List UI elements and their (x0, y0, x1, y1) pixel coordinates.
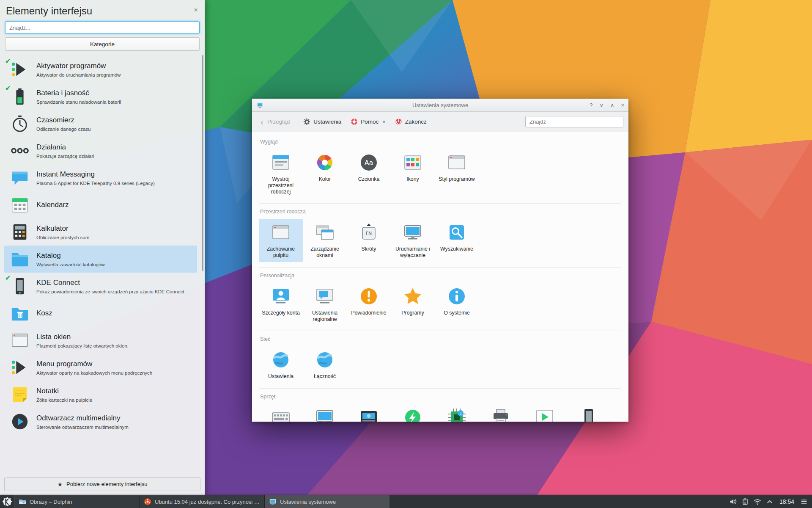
chevron-down-icon: ∨ (382, 119, 385, 124)
widget-list-item[interactable]: Kalendarz (4, 191, 197, 218)
settings-search-input[interactable] (525, 116, 623, 127)
taskbar-task[interactable]: Ubuntu 15.04 już dostępne. Co przynosi W… (140, 495, 265, 508)
note-icon (10, 385, 30, 404)
widget-title: Bateria i jasność (36, 89, 121, 97)
settings-tile-label: Szczegóły konta (262, 310, 300, 316)
notify-icon (359, 286, 379, 306)
application-launcher-button[interactable] (0, 495, 14, 508)
settings-tile[interactable]: Szczegóły konta (259, 283, 303, 320)
check-icon: ✔ (5, 57, 11, 65)
settings-tile[interactable]: Ikony (391, 149, 435, 186)
settings-tile-label: Skróty (362, 246, 376, 252)
play-circle-icon (10, 412, 30, 431)
close-icon[interactable]: × (194, 6, 198, 14)
caret-up-icon[interactable] (766, 498, 774, 505)
back-button[interactable]: ‹ Przegląd (257, 116, 293, 127)
svg-text:Aa: Aa (365, 159, 373, 167)
section-title: Personalizacja (260, 273, 621, 279)
search-blue-icon (447, 222, 467, 243)
settings-tile[interactable]: Urządzenia wejściowe (259, 404, 303, 422)
widget-list-item[interactable]: CzasomierzOdliczanie danego czasu (4, 110, 197, 137)
settings-tile[interactable]: Drukarki (479, 404, 523, 422)
settings-tile-label: Łączność (314, 373, 336, 380)
klipper-icon[interactable] (741, 498, 749, 505)
monitor-icon (403, 222, 423, 243)
widget-list-item[interactable]: Menu programówAktywator oparty na kaskad… (4, 354, 197, 381)
widget-list-item[interactable]: Kosz (4, 300, 197, 327)
panel-menu-icon[interactable] (800, 498, 808, 505)
settings-tile[interactable]: Wystrój przestrzeni roboczej (259, 149, 303, 198)
settings-tile[interactable]: Multimedia (347, 404, 391, 422)
section-title: Przestrzeń robocza (260, 209, 621, 215)
widget-title: Instant Messaging (36, 170, 155, 179)
systemsettings-icon (269, 498, 277, 505)
settings-tile-label: Powiadomienie (351, 310, 386, 316)
widget-panel-title: Elementy interfejsu (6, 5, 92, 17)
widget-description: Plasma 5 Applet for KDE Telepathy 0.9 se… (36, 181, 155, 186)
settings-tile[interactable]: Uruchamianie i wyłączanie (391, 219, 435, 262)
settings-tile[interactable]: Kolor (303, 149, 347, 186)
get-new-widgets-button[interactable]: ★ Pobierz nowe elementy interfejsu (4, 477, 200, 491)
settings-tile[interactable]: Zachowanie pulpitu (259, 219, 303, 262)
settings-tile[interactable]: KDE Connect (567, 404, 611, 422)
settings-tile[interactable]: Powiadomienie (347, 283, 391, 320)
settings-tile-label: Wyszukiwanie (440, 246, 473, 252)
settings-tile[interactable]: Programy (391, 283, 435, 320)
wifi-icon[interactable] (754, 498, 761, 505)
widget-description: Plazmoid pokazujący listę otwartych okie… (36, 343, 129, 348)
settings-tile[interactable]: Wyszukiwanie (435, 219, 479, 256)
quit-button[interactable]: Zakończ (392, 116, 430, 128)
widget-list-item[interactable]: Lista okienPlazmoid pokazujący listę otw… (4, 327, 197, 354)
quit-power-icon (395, 118, 402, 125)
settings-tile[interactable]: iDriver Manager (435, 404, 479, 422)
energy-icon (403, 407, 423, 422)
widget-list-item[interactable]: KatalogWyświetla zawartość katalogów (4, 246, 197, 273)
settings-tile[interactable]: Wyświetlanie i monitor (303, 404, 347, 422)
region-chat-icon (315, 286, 335, 306)
widget-list-item[interactable]: NotatkiŻółte karteczki na pulpicie (4, 381, 197, 408)
toolbar: ‹ Przegląd Ustawienia Pomoc ∨ Zakończ (252, 112, 628, 132)
clock[interactable]: 18:54 (779, 498, 794, 505)
settings-tile[interactable]: FNSkróty (347, 219, 391, 256)
gear-icon (303, 118, 310, 125)
dots-icon (10, 141, 30, 160)
titlebar[interactable]: Ustawienia systemowe ? ∨ ∧ × (252, 99, 628, 112)
widget-list-item[interactable]: ✔Aktywator programówAktywator do urucham… (4, 56, 197, 83)
settings-tile[interactable]: Działania na urządzeniach (523, 404, 567, 422)
widget-list-item[interactable]: KalkulatorObliczanie prostych sum (4, 218, 197, 246)
close-button[interactable]: × (621, 102, 624, 108)
categories-button[interactable]: Kategorie (5, 37, 200, 51)
calculator-icon (10, 222, 30, 242)
ubuntu-notify-icon (144, 498, 151, 505)
settings-tile[interactable]: O systemie (435, 283, 479, 320)
widget-list-item[interactable]: Instant MessagingPlasma 5 Applet for KDE… (4, 164, 197, 191)
help-menu-button[interactable]: Pomoc ∨ (347, 116, 389, 128)
widget-title: Aktywator programów (36, 62, 121, 70)
phone-icon: ✔ (10, 276, 30, 296)
taskbar-task[interactable]: Ustawienia systemowe (265, 495, 390, 508)
panel-scrollbar[interactable] (201, 55, 204, 470)
volume-icon[interactable] (729, 498, 737, 505)
panel-scrollbar-thumb[interactable] (202, 55, 203, 271)
minimize-button[interactable]: ∨ (599, 102, 604, 108)
settings-tile-label: Programy (401, 310, 424, 316)
settings-tile[interactable]: Zarządzanie oknami (303, 219, 347, 262)
widget-list-item[interactable]: ✔KDE ConnectPokaż powiadomienia ze swoic… (4, 273, 197, 300)
widget-search-input[interactable] (5, 21, 200, 34)
maximize-button[interactable]: ∧ (610, 102, 614, 108)
settings-tile[interactable]: Styl programów (435, 149, 479, 186)
widget-list-item[interactable]: ✔Bateria i jasnośćSprawdzanie stanu nała… (4, 83, 197, 110)
settings-tile[interactable]: Łączność (303, 346, 347, 383)
widget-list-item[interactable]: DziałaniaPokazuje zarządcę działań (4, 137, 197, 164)
settings-tile[interactable]: Zarządzanie energią (391, 404, 435, 422)
widget-list-item[interactable]: Odtwarzacz multimedialnySterowanie odtwa… (4, 408, 197, 435)
help-button[interactable]: ? (590, 102, 593, 108)
taskbar-task[interactable]: Obrazy – Dolphin (14, 495, 140, 508)
widget-description: Sterowanie odtwarzaczem multimedialnym (36, 425, 129, 430)
settings-tile[interactable]: Ustawienia regionalne (303, 283, 347, 326)
settings-tile[interactable]: Ustawienia (259, 346, 303, 383)
settings-tile[interactable]: AaCzcionka (347, 149, 391, 186)
settings-menu-button[interactable]: Ustawienia (300, 116, 345, 128)
widget-title: Notatki (36, 387, 92, 395)
help-lifering-icon (351, 118, 358, 125)
